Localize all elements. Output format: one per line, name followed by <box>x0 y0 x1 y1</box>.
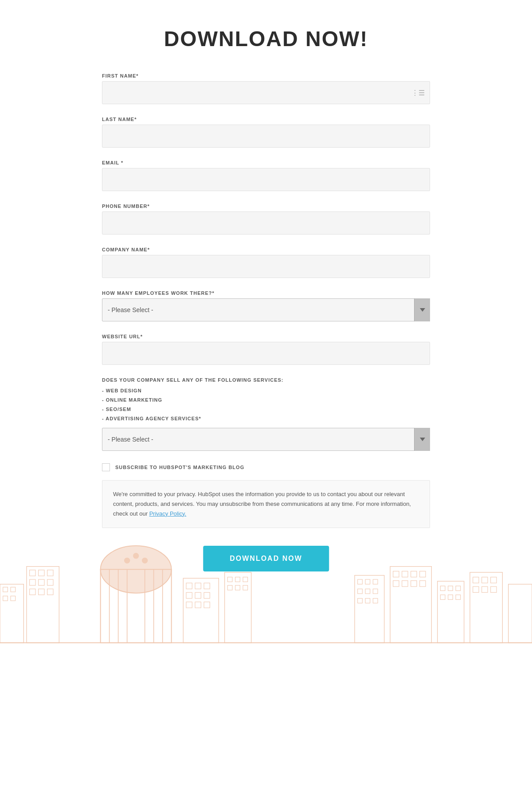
svg-rect-35 <box>195 602 201 608</box>
svg-rect-69 <box>456 595 461 600</box>
employees-select[interactable]: - Please Select - 1-5 6-25 26-100 101-50… <box>102 298 430 321</box>
svg-rect-49 <box>365 589 370 594</box>
svg-rect-38 <box>227 577 232 582</box>
svg-rect-10 <box>39 579 44 585</box>
company-input[interactable] <box>102 255 430 278</box>
svg-rect-39 <box>235 577 240 582</box>
services-list: - WEB DESIGN - ONLINE MARKETING - SEO/SE… <box>102 386 430 423</box>
services-select[interactable]: - Please Select - Yes No <box>102 428 430 451</box>
svg-rect-48 <box>358 589 363 594</box>
svg-rect-44 <box>355 575 384 643</box>
privacy-policy-link[interactable]: Privacy Policy. <box>149 510 187 517</box>
svg-rect-8 <box>47 570 53 576</box>
svg-rect-28 <box>186 583 192 589</box>
company-group: COMPANY NAME* <box>102 247 430 278</box>
last-name-input[interactable] <box>102 125 430 148</box>
privacy-text: We're committed to your privacy. HubSpot… <box>113 489 419 519</box>
svg-rect-76 <box>491 587 497 592</box>
first-name-input[interactable] <box>102 81 430 104</box>
email-input[interactable] <box>102 168 430 191</box>
svg-rect-42 <box>235 585 240 590</box>
svg-rect-60 <box>402 581 408 587</box>
svg-rect-68 <box>448 595 453 600</box>
phone-input[interactable] <box>102 211 430 235</box>
svg-rect-37 <box>225 572 251 643</box>
svg-rect-45 <box>358 579 363 584</box>
first-name-input-wrapper: ⋮☰ <box>102 81 430 104</box>
svg-rect-4 <box>11 596 16 601</box>
footer-section: DOWNLOAD NOW <box>0 528 532 643</box>
phone-group: PHONE NUMBER* <box>102 203 430 235</box>
svg-rect-77 <box>509 584 532 643</box>
svg-rect-66 <box>456 586 461 591</box>
company-label: COMPANY NAME* <box>102 247 430 252</box>
svg-rect-59 <box>393 581 399 587</box>
first-name-label: FIRST NAME* <box>102 73 430 78</box>
svg-point-24 <box>124 558 130 563</box>
svg-rect-7 <box>39 570 44 576</box>
privacy-box: We're committed to your privacy. HubSpot… <box>102 480 430 528</box>
svg-rect-0 <box>0 584 23 643</box>
person-card-icon: ⋮☰ <box>411 89 425 97</box>
svg-rect-32 <box>195 592 201 598</box>
svg-rect-55 <box>393 571 399 577</box>
svg-rect-9 <box>30 579 35 585</box>
svg-rect-64 <box>440 586 445 591</box>
list-item: - WEB DESIGN <box>102 386 430 395</box>
last-name-label: LAST NAME* <box>102 117 430 122</box>
download-now-button[interactable]: DOWNLOAD NOW <box>203 546 329 571</box>
svg-rect-72 <box>482 577 488 583</box>
svg-rect-58 <box>420 571 426 577</box>
svg-rect-36 <box>204 602 210 608</box>
svg-rect-51 <box>358 599 363 603</box>
svg-rect-30 <box>204 583 210 589</box>
employees-label: HOW MANY EMPLOYEES WORK THERE?* <box>102 290 430 296</box>
subscribe-label: SUBSCRIBE TO HUBSPOT'S MARKETING BLOG <box>115 465 244 470</box>
download-button-wrapper: DOWNLOAD NOW <box>203 546 329 571</box>
svg-rect-52 <box>365 599 370 603</box>
svg-rect-62 <box>420 581 426 587</box>
phone-label: PHONE NUMBER* <box>102 203 430 209</box>
svg-rect-34 <box>186 602 192 608</box>
svg-rect-14 <box>47 589 53 595</box>
svg-rect-2 <box>11 587 16 592</box>
svg-rect-71 <box>473 577 479 583</box>
svg-rect-31 <box>186 592 192 598</box>
list-item: - ADVERTISING AGENCY SERVICES* <box>102 414 430 423</box>
svg-rect-40 <box>243 577 248 582</box>
svg-rect-46 <box>365 579 370 584</box>
svg-rect-57 <box>411 571 417 577</box>
svg-rect-67 <box>440 595 445 600</box>
svg-rect-6 <box>30 570 35 576</box>
email-label: EMAIL * <box>102 160 430 165</box>
subscribe-checkbox[interactable] <box>102 463 110 471</box>
svg-rect-41 <box>227 585 232 590</box>
website-input[interactable] <box>102 342 430 365</box>
svg-rect-33 <box>204 592 210 598</box>
services-group: DOES YOUR COMPANY SELL ANY OF THE FOLLOW… <box>102 377 430 451</box>
svg-rect-75 <box>482 587 488 592</box>
svg-rect-73 <box>491 577 497 583</box>
svg-rect-5 <box>27 567 59 643</box>
svg-rect-29 <box>195 583 201 589</box>
website-label: WEBSITE URL* <box>102 334 430 339</box>
svg-rect-50 <box>373 589 378 594</box>
svg-point-26 <box>142 558 148 563</box>
svg-point-25 <box>133 553 139 559</box>
employees-select-wrapper: - Please Select - 1-5 6-25 26-100 101-50… <box>102 298 430 321</box>
subscribe-group: SUBSCRIBE TO HUBSPOT'S MARKETING BLOG <box>102 463 430 471</box>
email-group: EMAIL * <box>102 160 430 191</box>
svg-rect-1 <box>3 587 8 592</box>
download-form: FIRST NAME* ⋮☰ LAST NAME* EMAIL * PHONE … <box>102 73 430 528</box>
services-select-wrapper: - Please Select - Yes No <box>102 428 430 451</box>
svg-rect-13 <box>39 589 44 595</box>
page-title: DOWNLOAD NOW! <box>102 27 430 51</box>
first-name-group: FIRST NAME* ⋮☰ <box>102 73 430 104</box>
list-item: - SEO/SEM <box>102 405 430 414</box>
svg-rect-61 <box>411 581 417 587</box>
svg-rect-47 <box>373 579 378 584</box>
svg-rect-54 <box>390 567 431 643</box>
svg-rect-56 <box>402 571 408 577</box>
svg-rect-43 <box>243 585 248 590</box>
svg-rect-65 <box>448 586 453 591</box>
